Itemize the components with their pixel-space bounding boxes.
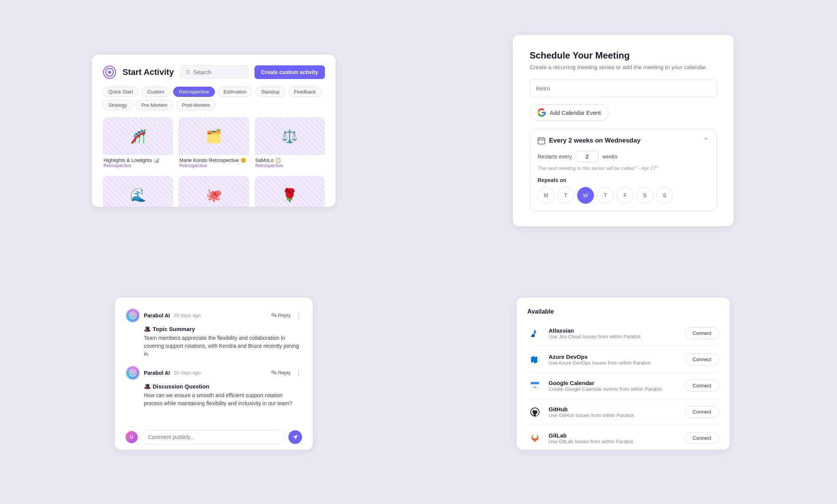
meeting-name-input[interactable] <box>530 79 717 97</box>
activity-card-image: ⚖️ <box>255 117 325 155</box>
gitlab-icon <box>530 433 540 444</box>
more-options-button[interactable]: ⋮ <box>295 311 302 320</box>
comment-text: Team members appreciate the flexibility … <box>144 334 302 358</box>
connect-button[interactable]: Connect <box>685 353 719 365</box>
google-icon <box>538 108 546 117</box>
activity-panel: Start Activity Create custom activity Qu… <box>92 55 336 207</box>
search-input[interactable] <box>193 69 243 75</box>
filter-tag-custom[interactable]: Custom <box>142 87 170 97</box>
recurrence-header: Every 2 weeks on Wednesday <box>538 136 709 145</box>
activity-card-type: Retrospective <box>179 163 248 168</box>
day-button-T[interactable]: T <box>597 187 614 204</box>
integration-icon: 31 <box>527 378 543 393</box>
day-button-W[interactable]: W <box>577 187 594 204</box>
comment-time: 20 days ago <box>174 312 201 318</box>
comment-item: Parabol AI 20 days ago Reply ⋮ 🎩 Topic S… <box>126 308 302 358</box>
connect-button[interactable]: Connect <box>685 380 719 391</box>
integration-desc: Use Azure DevOps Issues from within Para… <box>549 360 679 366</box>
integration-item: GitLab Use GitLab Issues from within Par… <box>527 425 719 450</box>
connect-button[interactable]: Connect <box>685 327 719 339</box>
filter-tag-strategy[interactable]: Strategy <box>103 100 132 110</box>
integrations-panel: Available Atlassian Use Jira Cloud Issue… <box>517 298 730 450</box>
day-button-T[interactable]: T <box>557 187 574 204</box>
activity-card[interactable]: 🎢 Highlights & Lowlights 📊 Retrospective <box>103 117 173 171</box>
reply-button[interactable]: Reply <box>271 312 291 318</box>
integration-name: GitHub <box>549 406 679 412</box>
activity-card[interactable]: 🌊 Ocean Retro Retrospective <box>103 176 173 207</box>
integration-item: 31 Google Calendar Create Google Calenda… <box>527 373 719 399</box>
comment-input[interactable] <box>142 430 285 444</box>
comment-body: 🎩 Discussion Question How can we ensure … <box>126 383 302 407</box>
integration-name: GitLab <box>549 432 679 439</box>
recurrence-box: Every 2 weeks on Wednesday Restarts ever… <box>530 129 717 211</box>
more-options-button[interactable]: ⋮ <box>295 369 302 377</box>
integration-name: Google Calendar <box>549 380 679 386</box>
filter-tag-feedback[interactable]: Feedback <box>288 87 321 97</box>
add-calendar-label: Add Calendar Event <box>550 109 601 116</box>
filter-tag-post-mortem[interactable]: Post-Mortem <box>176 100 216 110</box>
connect-button[interactable]: Connect <box>685 432 719 444</box>
schedule-panel: Schedule Your Meeting Create a recurring… <box>513 35 734 226</box>
filter-tag-pre-mortem[interactable]: Pre-Mortem <box>135 100 173 110</box>
reply-button[interactable]: Reply <box>271 370 291 376</box>
svg-point-2 <box>108 71 111 74</box>
svg-rect-17 <box>531 382 539 384</box>
recurrence-title: Every 2 weeks on Wednesday <box>538 137 641 144</box>
available-label: Available <box>527 308 719 315</box>
filter-tag-estimation[interactable]: Estimation <box>218 87 253 97</box>
svg-rect-5 <box>538 138 545 144</box>
activity-card-info: Marie Kondo Retrospective 😊 Retrospectiv… <box>178 155 249 171</box>
filter-tag-retrospective[interactable]: Retrospective <box>173 87 215 97</box>
activity-header: Start Activity Create custom activity <box>103 65 325 79</box>
send-button[interactable] <box>288 430 302 444</box>
activity-card-name: Highlights & Lowlights 📊 <box>103 157 172 163</box>
svg-text:31: 31 <box>533 385 537 389</box>
calendar-icon <box>538 137 545 144</box>
recurrence-row: Restarts every weeks <box>538 151 709 162</box>
integration-desc: Use GitLab Issues from within Parabol. <box>549 439 679 444</box>
activity-card[interactable]: 🌹 Rose Retro Retrospective <box>255 176 325 207</box>
integration-icon <box>527 326 543 341</box>
bottom-right-quadrant: Available Atlassian Use Jira Cloud Issue… <box>418 252 828 495</box>
integrations-container: Atlassian Use Jira Cloud Issues from wit… <box>527 320 719 450</box>
svg-rect-18 <box>533 382 534 383</box>
svg-rect-19 <box>536 382 537 383</box>
integration-info: Google Calendar Create Google Calendar e… <box>549 380 679 392</box>
comments-panel: Parabol AI 20 days ago Reply ⋮ 🎩 Topic S… <box>115 298 313 450</box>
parabol-avatar-icon <box>129 311 137 320</box>
search-box[interactable] <box>180 65 248 79</box>
activity-card[interactable]: ⚖️ SaMoLo 📋 Retrospective <box>255 117 325 171</box>
comment-actions: Reply ⋮ <box>271 369 302 377</box>
add-calendar-event-button[interactable]: Add Calendar Event <box>530 104 609 121</box>
svg-point-3 <box>186 70 189 73</box>
top-right-quadrant: Schedule Your Meeting Create a recurring… <box>418 9 828 252</box>
filter-tag-quick-start[interactable]: Quick Start <box>103 87 138 97</box>
filter-tag-standup[interactable]: Standup <box>255 87 285 97</box>
day-buttons: MTWTFSS <box>538 187 709 204</box>
activity-grid: 🎢 Highlights & Lowlights 📊 Retrospective… <box>103 117 325 207</box>
activity-card[interactable]: 🗂️ Marie Kondo Retrospective 😊 Retrospec… <box>178 117 249 171</box>
day-button-F[interactable]: F <box>617 187 633 204</box>
integration-info: GitHub Use GitHub Issues from within Par… <box>549 406 679 418</box>
azure-devops-icon <box>530 354 540 365</box>
activity-card-info: SaMoLo 📋 Retrospective <box>255 155 325 171</box>
create-custom-activity-button[interactable]: Create custom activity <box>255 65 325 79</box>
comment-heading: 🎩 Discussion Question <box>144 383 302 390</box>
integration-info: Atlassian Use Jira Cloud Issues from wit… <box>549 327 679 339</box>
filter-tags: Quick StartCustomRetrospectiveEstimation… <box>103 87 325 110</box>
svg-point-11 <box>132 315 134 316</box>
activity-card[interactable]: 🐙 Squid Retro Retrospective <box>178 176 249 207</box>
chevron-up-icon[interactable] <box>703 136 709 145</box>
day-button-S[interactable]: S <box>656 187 673 204</box>
day-button-M[interactable]: M <box>538 187 554 204</box>
next-meeting-text: The next meeting in this series will be … <box>538 165 709 171</box>
connect-button[interactable]: Connect <box>685 406 719 418</box>
send-icon <box>293 434 298 440</box>
weeks-input[interactable] <box>576 151 598 162</box>
activity-card-image: 🌊 <box>103 176 173 207</box>
day-button-S[interactable]: S <box>637 187 653 204</box>
integration-item: GitHub Use GitHub Issues from within Par… <box>527 399 719 425</box>
integration-desc: Use Jira Cloud Issues from within Parabo… <box>549 334 679 339</box>
comment-input-row: U <box>126 430 302 444</box>
comment-user: Parabol AI 20 days ago <box>126 308 201 323</box>
